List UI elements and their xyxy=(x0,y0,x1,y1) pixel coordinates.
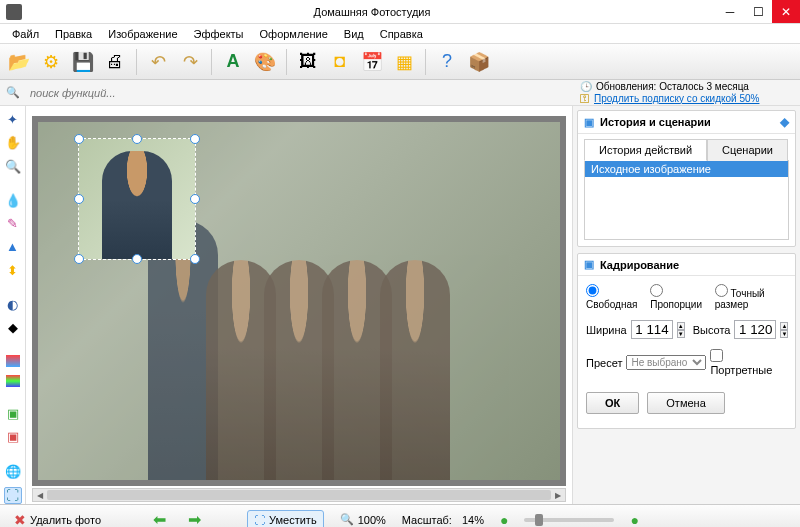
undo-icon[interactable]: ↶ xyxy=(143,47,173,77)
picture-icon[interactable]: 🖼 xyxy=(293,47,323,77)
globe-icon[interactable]: 🌐 xyxy=(4,464,22,479)
preset-select[interactable]: Не выбрано xyxy=(626,355,706,370)
menu-help[interactable]: Справка xyxy=(374,26,429,42)
text-icon[interactable]: A xyxy=(218,47,248,77)
crop-handle-nw[interactable] xyxy=(74,134,84,144)
separator xyxy=(211,49,212,75)
canvas-area: ◀ ▶ xyxy=(26,106,572,504)
rgb-icon[interactable] xyxy=(6,375,20,387)
renew-link[interactable]: Продлить подписку со скидкой 50% xyxy=(594,93,759,105)
mode-proportions[interactable]: Пропорции xyxy=(650,284,707,310)
close-button[interactable]: ✕ xyxy=(772,0,800,23)
scroll-left-icon[interactable]: ◀ xyxy=(33,489,47,501)
height-spinner[interactable]: ▲▼ xyxy=(780,322,788,338)
layers-icon[interactable]: ▣ xyxy=(4,406,22,421)
crop-handle-w[interactable] xyxy=(74,194,84,204)
crop-panel: ▣ Кадрирование Свободная Пропорции Точны… xyxy=(577,253,796,429)
preset-label: Пресет xyxy=(586,357,622,369)
crop-handle-sw[interactable] xyxy=(74,254,84,264)
crop-panel-title: Кадрирование xyxy=(600,259,679,271)
gradient-icon[interactable] xyxy=(6,355,20,367)
frame-icon[interactable]: ◘ xyxy=(325,47,355,77)
height-label: Высота xyxy=(693,324,731,336)
menubar: Файл Правка Изображение Эффекты Оформлен… xyxy=(0,24,800,44)
collapse-icon[interactable]: ◆ xyxy=(780,115,789,129)
crop-handle-e[interactable] xyxy=(190,194,200,204)
search-input[interactable] xyxy=(26,83,546,103)
delete-icon: ✖ xyxy=(14,512,26,528)
search-icon: 🔍 xyxy=(6,86,20,99)
fit-button[interactable]: ⛶Уместить xyxy=(247,510,324,528)
separator xyxy=(136,49,137,75)
canvas-viewport[interactable] xyxy=(32,116,566,486)
palette-icon[interactable]: 🎨 xyxy=(250,47,280,77)
box-icon[interactable]: 📦 xyxy=(464,47,494,77)
scale-value: 14% xyxy=(462,514,484,526)
prev-button[interactable]: ⬅ xyxy=(147,507,172,527)
horizontal-scrollbar[interactable]: ◀ ▶ xyxy=(32,488,566,502)
ok-button[interactable]: ОК xyxy=(586,392,639,414)
save-icon[interactable]: 💾 xyxy=(68,47,98,77)
open-icon[interactable]: 📂 xyxy=(4,47,34,77)
zoom-100-button[interactable]: 🔍100% xyxy=(334,510,392,527)
crop-tool-icon[interactable]: ⛶ xyxy=(4,487,22,504)
help-icon[interactable]: ? xyxy=(432,47,462,77)
calendar-icon[interactable]: 📅 xyxy=(357,47,387,77)
crop-handle-s[interactable] xyxy=(132,254,142,264)
zoom-icon: 🔍 xyxy=(340,513,354,526)
eyedropper-icon[interactable]: 💧 xyxy=(4,193,22,208)
stamp-icon[interactable]: ▲ xyxy=(4,239,22,254)
titlebar: Домашняя Фотостудия ─ ☐ ✕ xyxy=(0,0,800,24)
menu-effects[interactable]: Эффекты xyxy=(188,26,250,42)
zoom-out-button[interactable]: ● xyxy=(494,509,514,528)
levels-icon[interactable]: ⬍ xyxy=(4,263,22,278)
tab-history[interactable]: История действий xyxy=(584,139,707,161)
menu-image[interactable]: Изображение xyxy=(102,26,183,42)
crop-handle-n[interactable] xyxy=(132,134,142,144)
left-toolbar: ✦ ✋ 🔍 💧 ✎ ▲ ⬍ ◐ ◆ ▣ ▣ 🌐 ⛶ xyxy=(0,106,26,504)
delete-photo-button[interactable]: ✖Удалить фото xyxy=(8,509,107,528)
separator xyxy=(286,49,287,75)
maximize-button[interactable]: ☐ xyxy=(744,0,772,23)
print-icon[interactable]: 🖨 xyxy=(100,47,130,77)
bottombar: ✖Удалить фото ⬅ ➡ ⛶Уместить 🔍100% Масшта… xyxy=(0,504,800,527)
brush-icon[interactable]: ✎ xyxy=(4,216,22,231)
crop-handle-ne[interactable] xyxy=(190,134,200,144)
zoom-in-button[interactable]: ● xyxy=(624,509,644,528)
history-list[interactable]: Исходное изображение xyxy=(584,160,789,240)
tab-scenarios[interactable]: Сценарии xyxy=(707,139,788,161)
history-item[interactable]: Исходное изображение xyxy=(585,161,788,177)
gear-icon[interactable]: ⚙ xyxy=(36,47,66,77)
clone-icon[interactable]: ▣ xyxy=(4,429,22,444)
app-icon xyxy=(6,4,22,20)
redo-icon[interactable]: ↷ xyxy=(175,47,205,77)
menu-view[interactable]: Вид xyxy=(338,26,370,42)
crop-selection[interactable] xyxy=(78,138,196,260)
crop-handle-se[interactable] xyxy=(190,254,200,264)
next-button[interactable]: ➡ xyxy=(182,507,207,527)
mode-exact[interactable]: Точный размер xyxy=(715,284,787,310)
contrast-icon[interactable]: ◐ xyxy=(4,297,22,312)
menu-file[interactable]: Файл xyxy=(6,26,45,42)
width-spinner[interactable]: ▲▼ xyxy=(677,322,685,338)
mode-free[interactable]: Свободная xyxy=(586,284,642,310)
scroll-right-icon[interactable]: ▶ xyxy=(551,489,565,501)
zoom-slider-thumb[interactable] xyxy=(535,514,543,526)
width-input[interactable] xyxy=(631,320,673,339)
batch-icon[interactable]: ▦ xyxy=(389,47,419,77)
window-title: Домашняя Фотостудия xyxy=(28,6,716,18)
zoom-slider[interactable] xyxy=(524,518,614,522)
pointer-icon[interactable]: ✦ xyxy=(4,112,22,127)
sharpen-icon[interactable]: ◆ xyxy=(4,320,22,335)
width-label: Ширина xyxy=(586,324,627,336)
main-toolbar: 📂 ⚙ 💾 🖨 ↶ ↷ A 🎨 🖼 ◘ 📅 ▦ ? 📦 xyxy=(0,44,800,80)
cancel-button[interactable]: Отмена xyxy=(647,392,724,414)
zoom-icon[interactable]: 🔍 xyxy=(4,158,22,173)
minimize-button[interactable]: ─ xyxy=(716,0,744,23)
scroll-thumb[interactable] xyxy=(47,490,551,500)
hand-icon[interactable]: ✋ xyxy=(4,135,22,150)
height-input[interactable] xyxy=(734,320,776,339)
menu-design[interactable]: Оформление xyxy=(254,26,334,42)
portrait-checkbox[interactable]: Портретные xyxy=(710,349,787,376)
menu-edit[interactable]: Правка xyxy=(49,26,98,42)
